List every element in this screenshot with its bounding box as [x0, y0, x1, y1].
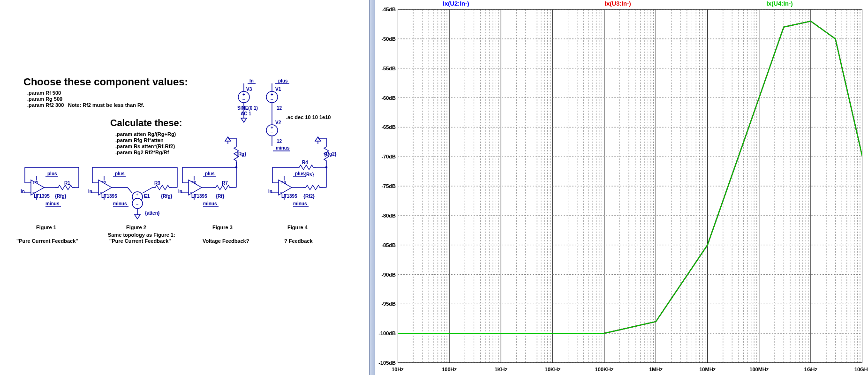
xtick: 1GHz [804, 367, 817, 372]
plot-svg [398, 9, 862, 363]
ltspice-workspace: Choose these component values: .param Rf… [0, 0, 868, 375]
pane-splitter[interactable] [370, 0, 375, 375]
plot-legend: Ix(U2:In-) Ix(U3:In-) Ix(U4:In-) [375, 0, 860, 7]
ytick: -85dB [381, 242, 396, 248]
xtick: 10GHz [854, 367, 868, 372]
xtick: 100KHz [595, 367, 614, 372]
xtick: 1KHz [494, 367, 507, 372]
xtick: 100MHz [749, 367, 769, 372]
schematic-svg: + − + − [0, 0, 370, 375]
xtick: 1MHz [649, 367, 663, 372]
ytick: -50dB [381, 36, 396, 42]
svg-point-57 [235, 166, 238, 169]
ytick: -75dB [381, 183, 396, 189]
ytick: -60dB [381, 95, 396, 101]
svg-line-41 [143, 188, 152, 193]
legend-u2[interactable]: Ix(U2:In-) [443, 0, 469, 7]
ytick: -105dB [378, 360, 396, 366]
bode-plot-canvas[interactable]: Ix(U2:In-) Ix(U3:In-) Ix(U4:In-) -45dB-5… [375, 0, 868, 375]
svg-point-73 [325, 166, 328, 169]
xtick: 10KHz [545, 367, 561, 372]
xtick: 100Hz [442, 367, 457, 372]
xtick: 10Hz [392, 367, 404, 372]
ytick: -65dB [381, 124, 396, 130]
ytick: -90dB [381, 272, 396, 278]
ytick: -70dB [381, 154, 396, 159]
svg-text:+: + [136, 192, 138, 197]
schematic-canvas[interactable]: Choose these component values: .param Rf… [0, 0, 370, 375]
ytick: -100dB [378, 330, 396, 336]
legend-u4[interactable]: Ix(U4:In-) [766, 0, 793, 7]
ytick: -80dB [381, 213, 396, 218]
svg-line-40 [128, 188, 132, 193]
ytick: -55dB [381, 66, 396, 71]
ytick: -95dB [381, 301, 396, 307]
legend-u3[interactable]: Ix(U3:In-) [604, 0, 631, 7]
xtick: 10MHz [699, 367, 716, 372]
svg-text:−: − [136, 202, 138, 207]
ytick: -45dB [381, 7, 396, 12]
